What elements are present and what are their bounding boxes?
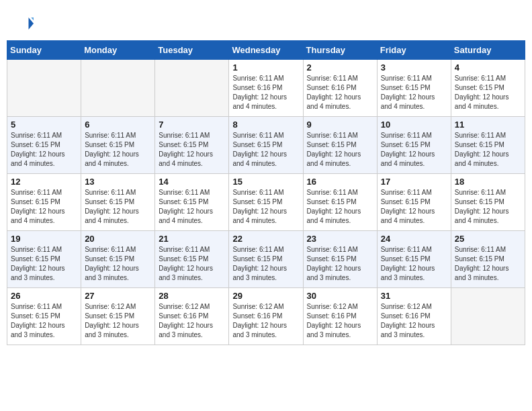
calendar-day-cell: 18Sunrise: 6:11 AMSunset: 6:15 PMDayligh… [451, 174, 525, 231]
calendar-day-cell: 13Sunrise: 6:11 AMSunset: 6:15 PMDayligh… [81, 174, 155, 231]
day-info: Sunrise: 6:11 AMSunset: 6:15 PMDaylight:… [11, 302, 77, 340]
day-info: Sunrise: 6:11 AMSunset: 6:15 PMDaylight:… [381, 245, 447, 283]
day-number: 23 [307, 234, 373, 244]
calendar-day-cell: 12Sunrise: 6:11 AMSunset: 6:15 PMDayligh… [7, 174, 81, 231]
day-number: 2 [307, 62, 373, 73]
calendar-day-cell: 1Sunrise: 6:11 AMSunset: 6:16 PMDaylight… [229, 60, 303, 117]
day-number: 17 [381, 177, 447, 187]
day-number: 15 [232, 177, 299, 187]
day-number: 7 [159, 120, 225, 130]
calendar-header-row: SundayMondayTuesdayWednesdayThursdayFrid… [7, 41, 525, 60]
day-info: Sunrise: 6:11 AMSunset: 6:15 PMDaylight:… [307, 131, 373, 169]
calendar-week-row: 5Sunrise: 6:11 AMSunset: 6:15 PMDaylight… [7, 117, 525, 174]
weekday-header-saturday: Saturday [451, 41, 525, 60]
day-number: 20 [85, 234, 151, 244]
day-info: Sunrise: 6:12 AMSunset: 6:16 PMDaylight:… [381, 302, 447, 340]
calendar-day-cell [451, 288, 525, 345]
calendar-week-row: 12Sunrise: 6:11 AMSunset: 6:15 PMDayligh… [7, 174, 525, 231]
day-info: Sunrise: 6:12 AMSunset: 6:16 PMDaylight:… [159, 302, 225, 340]
logo-icon [13, 13, 34, 34]
day-number: 16 [307, 177, 373, 187]
day-info: Sunrise: 6:11 AMSunset: 6:15 PMDaylight:… [11, 245, 77, 283]
calendar-day-cell: 25Sunrise: 6:11 AMSunset: 6:15 PMDayligh… [451, 231, 525, 288]
day-number: 22 [232, 234, 299, 244]
day-number: 14 [159, 177, 225, 187]
day-number: 19 [11, 234, 77, 244]
calendar-day-cell: 28Sunrise: 6:12 AMSunset: 6:16 PMDayligh… [155, 288, 229, 345]
calendar-day-cell: 11Sunrise: 6:11 AMSunset: 6:15 PMDayligh… [451, 117, 525, 174]
weekday-header-monday: Monday [81, 41, 155, 60]
day-info: Sunrise: 6:11 AMSunset: 6:16 PMDaylight:… [232, 74, 299, 111]
calendar-day-cell: 7Sunrise: 6:11 AMSunset: 6:15 PMDaylight… [155, 117, 229, 174]
day-number: 11 [455, 120, 521, 130]
day-info: Sunrise: 6:11 AMSunset: 6:15 PMDaylight:… [455, 131, 521, 169]
day-number: 30 [307, 291, 373, 301]
day-number: 31 [381, 291, 447, 301]
calendar-week-row: 19Sunrise: 6:11 AMSunset: 6:15 PMDayligh… [7, 231, 525, 288]
day-info: Sunrise: 6:11 AMSunset: 6:15 PMDaylight:… [307, 188, 373, 226]
calendar-day-cell: 9Sunrise: 6:11 AMSunset: 6:15 PMDaylight… [303, 117, 377, 174]
calendar-week-row: 1Sunrise: 6:11 AMSunset: 6:16 PMDaylight… [7, 60, 525, 117]
weekday-header-wednesday: Wednesday [229, 41, 303, 60]
day-info: Sunrise: 6:11 AMSunset: 6:15 PMDaylight:… [159, 188, 225, 226]
calendar-day-cell: 22Sunrise: 6:11 AMSunset: 6:15 PMDayligh… [229, 231, 303, 288]
day-info: Sunrise: 6:11 AMSunset: 6:15 PMDaylight:… [85, 131, 151, 169]
day-info: Sunrise: 6:11 AMSunset: 6:15 PMDaylight:… [11, 188, 77, 226]
day-info: Sunrise: 6:11 AMSunset: 6:15 PMDaylight:… [85, 245, 151, 283]
calendar-day-cell: 6Sunrise: 6:11 AMSunset: 6:15 PMDaylight… [81, 117, 155, 174]
day-number: 21 [159, 234, 225, 244]
calendar-day-cell: 17Sunrise: 6:11 AMSunset: 6:15 PMDayligh… [377, 174, 451, 231]
calendar-day-cell: 31Sunrise: 6:12 AMSunset: 6:16 PMDayligh… [377, 288, 451, 345]
calendar-week-row: 26Sunrise: 6:11 AMSunset: 6:15 PMDayligh… [7, 288, 525, 345]
calendar-table: SundayMondayTuesdayWednesdayThursdayFrid… [7, 40, 525, 345]
calendar-day-cell: 2Sunrise: 6:11 AMSunset: 6:16 PMDaylight… [303, 60, 377, 117]
day-number: 6 [85, 120, 151, 130]
day-number: 27 [85, 291, 151, 301]
calendar-day-cell: 27Sunrise: 6:12 AMSunset: 6:15 PMDayligh… [81, 288, 155, 345]
weekday-header-tuesday: Tuesday [155, 41, 229, 60]
weekday-header-thursday: Thursday [303, 41, 377, 60]
calendar-day-cell: 23Sunrise: 6:11 AMSunset: 6:15 PMDayligh… [303, 231, 377, 288]
day-info: Sunrise: 6:12 AMSunset: 6:16 PMDaylight:… [307, 302, 373, 340]
calendar-day-cell: 4Sunrise: 6:11 AMSunset: 6:15 PMDaylight… [451, 60, 525, 117]
day-info: Sunrise: 6:11 AMSunset: 6:15 PMDaylight:… [232, 188, 299, 226]
day-info: Sunrise: 6:11 AMSunset: 6:15 PMDaylight:… [307, 245, 373, 283]
calendar-day-cell: 5Sunrise: 6:11 AMSunset: 6:15 PMDaylight… [7, 117, 81, 174]
calendar-day-cell: 14Sunrise: 6:11 AMSunset: 6:15 PMDayligh… [155, 174, 229, 231]
day-info: Sunrise: 6:11 AMSunset: 6:15 PMDaylight:… [11, 131, 77, 169]
day-number: 18 [455, 177, 521, 187]
calendar-day-cell [155, 60, 229, 117]
day-number: 10 [381, 120, 447, 130]
day-number: 4 [455, 62, 521, 73]
day-info: Sunrise: 6:11 AMSunset: 6:15 PMDaylight:… [232, 245, 299, 283]
day-number: 25 [455, 234, 521, 244]
day-info: Sunrise: 6:11 AMSunset: 6:15 PMDaylight:… [85, 188, 151, 226]
day-info: Sunrise: 6:12 AMSunset: 6:15 PMDaylight:… [85, 302, 151, 340]
day-info: Sunrise: 6:11 AMSunset: 6:15 PMDaylight:… [455, 74, 521, 111]
calendar-day-cell [81, 60, 155, 117]
calendar-day-cell: 3Sunrise: 6:11 AMSunset: 6:15 PMDaylight… [377, 60, 451, 117]
day-number: 1 [232, 62, 299, 73]
day-number: 13 [85, 177, 151, 187]
day-number: 3 [381, 62, 447, 73]
day-number: 12 [11, 177, 77, 187]
calendar-day-cell: 20Sunrise: 6:11 AMSunset: 6:15 PMDayligh… [81, 231, 155, 288]
day-number: 9 [307, 120, 373, 130]
calendar-day-cell: 19Sunrise: 6:11 AMSunset: 6:15 PMDayligh… [7, 231, 81, 288]
day-number: 24 [381, 234, 447, 244]
day-info: Sunrise: 6:11 AMSunset: 6:15 PMDaylight:… [381, 74, 447, 111]
calendar-day-cell: 29Sunrise: 6:12 AMSunset: 6:16 PMDayligh… [229, 288, 303, 345]
calendar-day-cell: 10Sunrise: 6:11 AMSunset: 6:15 PMDayligh… [377, 117, 451, 174]
day-info: Sunrise: 6:12 AMSunset: 6:16 PMDaylight:… [232, 302, 299, 340]
day-number: 8 [232, 120, 299, 130]
day-number: 28 [159, 291, 225, 301]
calendar-day-cell: 26Sunrise: 6:11 AMSunset: 6:15 PMDayligh… [7, 288, 81, 345]
day-info: Sunrise: 6:11 AMSunset: 6:16 PMDaylight:… [307, 74, 373, 111]
day-info: Sunrise: 6:11 AMSunset: 6:15 PMDaylight:… [159, 131, 225, 169]
day-number: 29 [232, 291, 299, 301]
day-number: 5 [11, 120, 77, 130]
calendar-day-cell: 16Sunrise: 6:11 AMSunset: 6:15 PMDayligh… [303, 174, 377, 231]
calendar-day-cell: 24Sunrise: 6:11 AMSunset: 6:15 PMDayligh… [377, 231, 451, 288]
day-info: Sunrise: 6:11 AMSunset: 6:15 PMDaylight:… [381, 188, 447, 226]
day-info: Sunrise: 6:11 AMSunset: 6:15 PMDaylight:… [455, 188, 521, 226]
